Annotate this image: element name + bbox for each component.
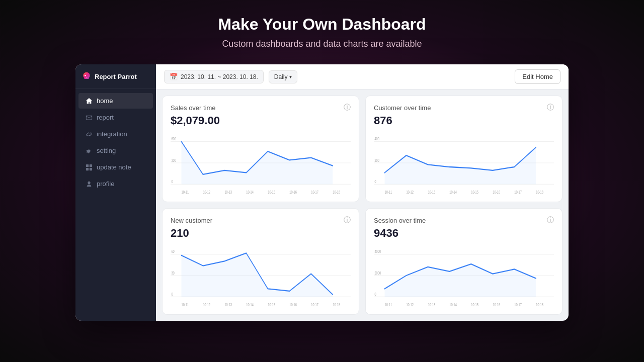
- svg-rect-3: [86, 167, 89, 170]
- sidebar-label-update-note: update note: [97, 163, 131, 171]
- svg-text:4000: 4000: [374, 249, 381, 254]
- sidebar-label-home: home: [97, 97, 113, 105]
- svg-text:10-18: 10-18: [333, 302, 340, 307]
- svg-text:10-16: 10-16: [289, 302, 297, 307]
- info-icon-sales[interactable]: ⓘ: [344, 103, 351, 112]
- svg-text:10-12: 10-12: [406, 189, 414, 195]
- svg-text:10-16: 10-16: [493, 189, 500, 195]
- period-dropdown[interactable]: Daily ▾: [269, 70, 298, 83]
- svg-text:10-17: 10-17: [514, 189, 522, 195]
- svg-text:10-15: 10-15: [471, 189, 478, 195]
- svg-point-0: [85, 75, 86, 76]
- sidebar-label-setting: setting: [97, 147, 116, 154]
- app-window: Report Parrot home report: [75, 64, 569, 321]
- svg-text:10-16: 10-16: [289, 189, 297, 195]
- chart-title-customer: Customer over time: [374, 104, 431, 112]
- chart-area-session: 4000 2000 0 10-11 10-12 10-13 10-14 10-1…: [374, 244, 554, 307]
- link-icon: [86, 131, 93, 138]
- edit-home-button[interactable]: Edit Home: [515, 69, 560, 84]
- mail-icon: [86, 114, 93, 121]
- sidebar-item-profile[interactable]: profile: [78, 176, 153, 192]
- chart-card-new-customer: New customer ⓘ 210 60 30 0 10-11 10-12 1…: [162, 208, 359, 315]
- info-icon-session[interactable]: ⓘ: [547, 216, 554, 225]
- chart-header-sales: Sales over time ⓘ: [171, 103, 351, 112]
- svg-text:10-14: 10-14: [246, 302, 254, 307]
- date-range-picker[interactable]: 📅 2023. 10. 11. ~ 2023. 10. 18.: [164, 70, 264, 83]
- svg-text:10-13: 10-13: [428, 302, 435, 307]
- chart-title-session: Session over time: [374, 217, 426, 224]
- svg-text:10-12: 10-12: [203, 189, 210, 195]
- hero-subtitle: Custom dashboards and data charts are av…: [222, 39, 422, 49]
- svg-text:10-18: 10-18: [536, 189, 543, 195]
- svg-rect-4: [90, 167, 92, 170]
- svg-text:10-17: 10-17: [311, 189, 318, 195]
- chart-title-sales: Sales over time: [171, 104, 216, 112]
- svg-rect-2: [90, 164, 92, 166]
- chart-header-customer: Customer over time ⓘ: [374, 103, 554, 112]
- svg-text:10-12: 10-12: [203, 302, 210, 307]
- hero-title: Make Your Own Dashboard: [218, 15, 426, 34]
- svg-text:10-12: 10-12: [406, 302, 414, 307]
- chart-card-session: Session over time ⓘ 9436 4000 2000 0 10-…: [365, 208, 562, 315]
- svg-text:10-18: 10-18: [333, 189, 340, 195]
- period-value: Daily: [274, 73, 288, 80]
- sidebar-item-home[interactable]: home: [78, 93, 153, 109]
- svg-text:10-14: 10-14: [449, 302, 457, 307]
- chart-value-customer: 876: [374, 114, 554, 127]
- svg-text:0: 0: [374, 292, 376, 297]
- chart-area-customer: 400 200 0 10-11 10-12 10-13 10-14 10-15 …: [374, 131, 554, 195]
- svg-rect-1: [86, 164, 89, 166]
- chart-header-new-customer: New customer ⓘ: [171, 216, 351, 225]
- svg-text:400: 400: [374, 136, 379, 142]
- chart-value-session: 9436: [374, 227, 554, 240]
- chart-value-sales: $2,079.00: [171, 114, 351, 127]
- calendar-icon: 📅: [170, 73, 178, 80]
- chevron-down-icon: ▾: [289, 74, 292, 79]
- home-icon: [86, 98, 93, 105]
- svg-text:10-13: 10-13: [224, 189, 232, 195]
- dashboard-grid: Sales over time ⓘ $2,079.00 600 300 0: [156, 89, 569, 321]
- sidebar: Report Parrot home report: [75, 64, 156, 321]
- svg-text:10-11: 10-11: [181, 302, 189, 307]
- sidebar-label-integration: integration: [97, 130, 127, 138]
- chart-header-session: Session over time ⓘ: [374, 216, 554, 225]
- svg-text:0: 0: [171, 292, 173, 297]
- sidebar-logo-text: Report Parrot: [95, 73, 137, 80]
- svg-text:0: 0: [374, 179, 376, 185]
- svg-text:10-14: 10-14: [246, 189, 254, 195]
- sidebar-item-update-note[interactable]: update note: [78, 159, 153, 175]
- sidebar-item-setting[interactable]: setting: [78, 143, 153, 158]
- info-icon-new-customer[interactable]: ⓘ: [344, 216, 351, 225]
- chart-area-sales: 600 300 0 10-11 10-12 10-13 10-14 10-15 …: [171, 131, 351, 195]
- parrot-logo-icon: [82, 71, 92, 81]
- svg-text:10-17: 10-17: [311, 302, 318, 307]
- svg-text:30: 30: [171, 270, 174, 276]
- chart-title-new-customer: New customer: [171, 217, 212, 224]
- gear-icon: [86, 147, 93, 154]
- svg-text:10-15: 10-15: [268, 189, 275, 195]
- sidebar-label-report: report: [97, 114, 114, 121]
- svg-marker-34: [384, 147, 536, 184]
- chart-value-new-customer: 210: [171, 227, 351, 240]
- svg-text:10-13: 10-13: [428, 189, 435, 195]
- svg-text:0: 0: [171, 179, 173, 185]
- svg-text:10-15: 10-15: [268, 302, 275, 307]
- svg-text:300: 300: [171, 157, 176, 163]
- main-content: 📅 2023. 10. 11. ~ 2023. 10. 18. Daily ▾ …: [156, 64, 569, 321]
- user-icon: [86, 180, 93, 188]
- topbar: 📅 2023. 10. 11. ~ 2023. 10. 18. Daily ▾ …: [156, 64, 569, 89]
- svg-text:200: 200: [374, 157, 379, 163]
- sidebar-item-report[interactable]: report: [78, 110, 153, 125]
- svg-text:60: 60: [171, 249, 174, 254]
- info-icon-customer[interactable]: ⓘ: [547, 103, 554, 112]
- sidebar-logo: Report Parrot: [75, 64, 156, 89]
- sidebar-item-integration[interactable]: integration: [78, 126, 153, 142]
- date-range-value: 2023. 10. 11. ~ 2023. 10. 18.: [181, 73, 258, 80]
- svg-text:10-14: 10-14: [449, 189, 457, 195]
- chart-card-customer: Customer over time ⓘ 876 400 200 0 10-11…: [365, 96, 562, 202]
- svg-text:10-11: 10-11: [384, 189, 392, 195]
- svg-text:10-13: 10-13: [224, 302, 232, 307]
- svg-text:10-15: 10-15: [471, 302, 478, 307]
- svg-text:10-18: 10-18: [536, 302, 543, 307]
- svg-text:10-11: 10-11: [181, 189, 189, 195]
